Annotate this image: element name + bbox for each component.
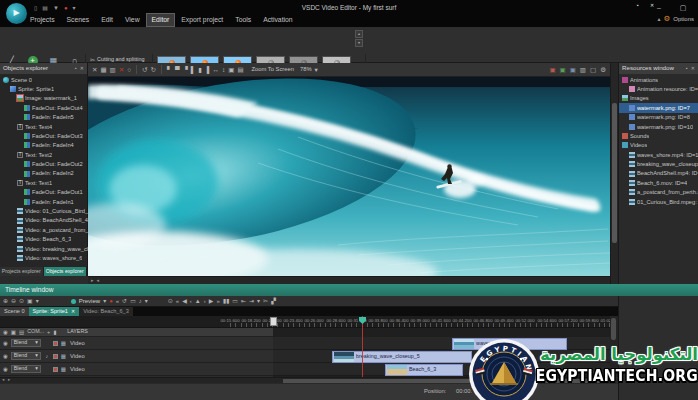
timeline-tab-sprite-sprite1[interactable]: Sprite: Sprite1✕ [29, 307, 80, 316]
timeline-zoom-caret-icon[interactable]: ▾ [36, 298, 39, 305]
scrollbar-thumb[interactable] [612, 103, 617, 243]
obj-item-fadeout-fadeout1[interactable]: FadeOut: FadeOut1 [0, 188, 88, 197]
menu-item-edit[interactable]: Edit [95, 13, 119, 27]
timeline-zoom-sel-icon[interactable]: ▣ [27, 298, 33, 305]
audio-icon[interactable]: ♪ [44, 353, 50, 359]
res-item-watermark-png-id-10[interactable]: watermark.png: ID=10 [619, 122, 698, 131]
blue-channel-icon[interactable]: ▣ [570, 66, 576, 73]
preview-button[interactable]: Preview [79, 298, 100, 305]
menu-item-scenes[interactable]: Scenes [61, 13, 96, 27]
menu-item-tools[interactable]: Tools [229, 13, 257, 27]
frame-step-icon[interactable]: ▭ [130, 298, 136, 305]
obj-item-text-text1[interactable]: TText: Text1 [0, 178, 88, 187]
align-right-icon[interactable]: ▐ [205, 66, 210, 73]
options-button[interactable]: Options [673, 16, 694, 23]
obj-item-fadeout-fadeout3[interactable]: FadeOut: FadeOut3 [0, 131, 88, 140]
align-center-icon[interactable]: ▮ [198, 66, 202, 73]
preview-image[interactable] [88, 77, 610, 276]
close-icon[interactable]: ✕ [71, 309, 75, 315]
zoom-value-select[interactable]: 78% [300, 66, 312, 72]
res-item-watermark-png-id-7[interactable]: watermark.png: ID=7 [619, 103, 698, 112]
effects-icon[interactable] [53, 341, 58, 346]
undo-icon[interactable]: ↺ [142, 66, 147, 73]
distribute-h-icon[interactable]: ↔ [212, 66, 219, 73]
close-icon[interactable]: ✕ [650, 3, 654, 9]
obj-item-text-text2[interactable]: TText: Text2 [0, 150, 88, 159]
close-icon[interactable]: ✕ [691, 66, 695, 72]
record-preview-icon[interactable]: ● [109, 298, 113, 305]
scroll-left-icon[interactable]: ◂ [97, 278, 100, 284]
close-icon[interactable]: ✕ [80, 66, 84, 72]
playhead-time-icon[interactable]: ⊙ [168, 298, 173, 305]
pin-icon[interactable]: ▪ [637, 3, 639, 9]
pin-icon[interactable]: ▪ [75, 66, 77, 72]
style-scroll-up-button[interactable]: ▴ [355, 30, 363, 38]
go-start-icon[interactable]: « [116, 298, 119, 305]
align-top-left-icon[interactable]: ▘ [167, 66, 172, 73]
layout-grid-icon[interactable]: ▦ [100, 66, 106, 73]
scrollbar-thumb[interactable] [611, 318, 616, 340]
gear-icon[interactable]: ⚙ [664, 15, 671, 23]
res-item-breaking-wave-closeup-mp4-id-2[interactable]: breaking_wave_closeup.mp4: ID=2 [619, 160, 698, 169]
jump-end-icon[interactable]: » [216, 298, 219, 305]
obj-item-video-beachandshell-4[interactable]: Video: BeachAndShell_4 [0, 216, 88, 225]
obj-item-fadeout-fadeout4[interactable]: FadeOut: FadeOut4 [0, 103, 88, 112]
step-forward-icon[interactable]: › [204, 298, 206, 305]
obj-item-sprite-sprite1[interactable]: Sprite: Sprite1 [0, 84, 88, 93]
menu-item-activation[interactable]: Activation [257, 13, 298, 27]
scroll-right-icon[interactable]: ▸ [91, 278, 94, 284]
clip-beach-6-3[interactable]: Beach_6_3 [385, 364, 463, 376]
obj-item-text-text4[interactable]: TText: Text4 [0, 122, 88, 131]
pin-icon[interactable]: ▪ [686, 66, 688, 72]
copy-icon[interactable]: ▤ [19, 329, 24, 335]
timeline-tab-scene-0[interactable]: Scene 0 [0, 307, 29, 316]
tab-projects-explorer[interactable]: Projects explorer [0, 267, 44, 276]
align-top-icon[interactable]: ▀ [175, 66, 180, 73]
lock-icon[interactable]: ▣ [11, 329, 16, 335]
open-project-icon[interactable]: ▤ [42, 5, 48, 12]
maximize-button[interactable]: ▢ [676, 3, 690, 13]
step-back-icon[interactable]: ‹ [190, 298, 192, 305]
menu-item-editor[interactable]: Editor [146, 13, 176, 27]
timeline-zoom-out-icon[interactable]: ⊖ [11, 298, 16, 305]
obj-item-scene-0[interactable]: Scene 0 [0, 75, 88, 84]
menu-item-export-project[interactable]: Export project [175, 13, 229, 27]
blend-mode-select[interactable]: Blend▾ [11, 352, 41, 360]
blend-mode-select[interactable]: Blend▾ [11, 365, 41, 373]
obj-item-video-waves-shore-6[interactable]: Video: waves_shore_6 [0, 253, 88, 262]
style-scroll-down-button[interactable]: ▾ [355, 39, 363, 47]
record-icon[interactable]: ● [64, 5, 68, 12]
preview-settings-icon[interactable]: ⚙ [600, 66, 606, 73]
distribute-v-icon[interactable]: ↕ [222, 66, 225, 73]
menu-item-projects[interactable]: Projects [24, 13, 61, 27]
obj-item-video-a-postcard-from-perth[interactable]: Video: a_postcard_from_perth [0, 225, 88, 234]
refresh-preview-icon[interactable]: ↺ [122, 298, 127, 305]
align-top-right-icon[interactable]: ▝ [183, 66, 188, 73]
remove-all-icon[interactable]: ✕ [119, 66, 124, 73]
mute-icon[interactable]: ♪ [139, 298, 142, 305]
eye-icon[interactable]: ◉ [3, 329, 8, 335]
preview-horizontal-scrollbar[interactable]: ▸ ◂ [88, 276, 610, 284]
res-item-a-postcard-from-perth-mp4-id-5[interactable]: a_postcard_from_perth.mp4: ID=5 [619, 188, 698, 197]
playhead-line[interactable] [362, 316, 363, 377]
preview-caret-icon[interactable]: ▾ [103, 298, 106, 305]
align-left-icon[interactable]: ▌ [191, 66, 196, 73]
marker-out-icon[interactable]: ⇥ [249, 298, 254, 305]
ellipse-tool-icon[interactable]: ○ [127, 66, 131, 73]
obj-item-fadein-fadein5[interactable]: FadeIn: FadeIn5 [0, 113, 88, 122]
frames-icon[interactable]: ▦ [61, 340, 66, 346]
stop-icon[interactable]: ▭ [232, 298, 238, 305]
green-channel-icon[interactable]: ▣ [560, 66, 566, 73]
clip-breaking-wave-closeup-5[interactable]: breaking_wave_closeup_5 [332, 351, 472, 363]
ribbon-collapse-icon[interactable]: ▴ [658, 16, 661, 23]
res-item-waves-shore-mp4-id-1[interactable]: waves_shore.mp4: ID=1 [619, 150, 698, 159]
timeline-tab-video-beach-6-3[interactable]: Video: Beach_6_3 [79, 307, 133, 316]
save-project-icon[interactable]: ▼ [53, 5, 59, 12]
paste-icon[interactable]: ▤ [237, 66, 243, 73]
frames-icon[interactable]: ▦ [61, 366, 66, 372]
res-item-animation-resource-id-6[interactable]: Animation resource: ID=6 [619, 84, 698, 93]
eye-icon[interactable]: ◉ [3, 366, 8, 372]
res-item-videos[interactable]: Videos [619, 141, 698, 150]
titlebar-caret-icon[interactable]: ▾ [73, 5, 76, 12]
split-clip-icon[interactable]: ▞ [271, 298, 276, 305]
